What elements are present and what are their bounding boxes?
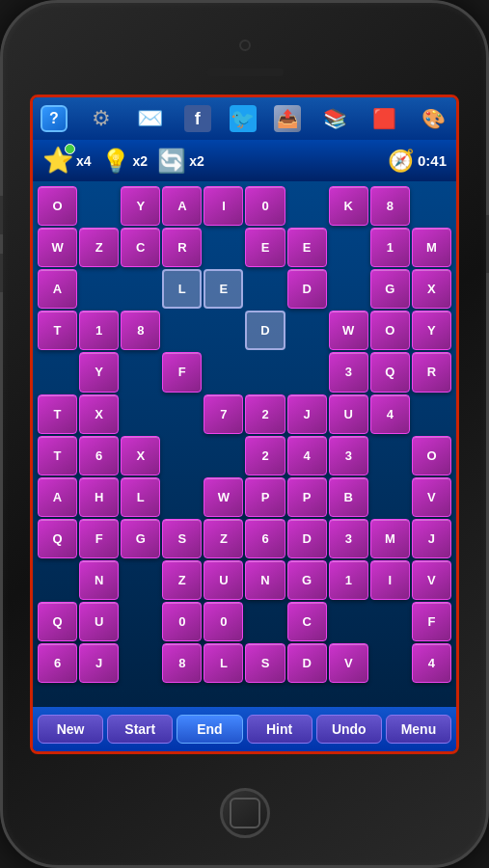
cell-8-5[interactable]: 6 [245,519,285,558]
cell-9-4[interactable]: U [204,560,243,600]
cell-0-0[interactable]: O [38,186,77,226]
cell-3-1[interactable]: 1 [79,311,119,350]
cell-10-3[interactable]: 0 [162,602,202,641]
cell-3-8[interactable]: O [370,311,410,350]
cell-0-8[interactable]: 8 [370,186,410,226]
cell-6-7[interactable]: 3 [329,436,368,475]
cell-7-9[interactable]: V [412,477,451,517]
cell-9-5[interactable]: N [245,560,285,600]
cell-1-5[interactable]: E [245,228,285,267]
cell-5-7[interactable]: U [329,394,368,434]
cell-10-6[interactable]: C [287,602,327,641]
cell-8-7[interactable]: 3 [329,519,368,558]
cell-4-1[interactable]: Y [79,352,119,392]
cell-8-8[interactable]: M [370,519,410,558]
cell-0-2[interactable]: Y [121,186,160,226]
cell-2-0[interactable]: A [38,269,77,309]
cell-7-2[interactable]: L [121,477,160,517]
cell-7-0[interactable]: A [38,477,77,517]
cell-6-9[interactable]: O [412,436,451,475]
volume-up-button[interactable] [0,196,3,234]
cell-9-8[interactable]: I [370,560,410,600]
star-powerup[interactable]: ⭐ x4 [42,146,92,176]
cell-11-5[interactable]: S [245,643,285,683]
cell-4-9[interactable]: R [412,352,451,392]
cell-7-1[interactable]: H [79,477,119,517]
twitter-icon[interactable]: 🐦 [230,105,257,132]
cell-8-2[interactable]: G [121,519,160,558]
cell-2-9[interactable]: X [412,269,451,309]
cell-9-6[interactable]: G [287,560,327,600]
start-button[interactable]: Start [107,715,173,744]
cell-3-9[interactable]: Y [412,311,451,350]
new-button[interactable]: New [38,715,103,744]
cell-9-3[interactable]: Z [162,560,202,600]
cell-7-6[interactable]: P [287,477,327,517]
cell-1-8[interactable]: 1 [370,228,410,267]
cell-2-6[interactable]: D [287,269,327,309]
palette-icon[interactable]: 🎨 [418,103,448,134]
cell-5-4[interactable]: 7 [204,394,243,434]
mail-icon[interactable]: ✉️ [135,103,166,134]
cell-1-6[interactable]: E [287,228,327,267]
cell-4-3[interactable]: F [162,352,202,392]
refresh-powerup[interactable]: 🔄 x2 [157,148,204,175]
cell-3-0[interactable]: T [38,311,77,350]
cell-0-3[interactable]: A [162,186,202,226]
cell-5-1[interactable]: X [79,394,119,434]
cell-8-3[interactable]: S [162,519,202,558]
cell-7-4[interactable]: W [204,477,243,517]
cell-11-1[interactable]: J [79,643,119,683]
cell-1-2[interactable]: C [121,228,160,267]
cell-8-9[interactable]: J [412,519,451,558]
cell-6-1[interactable]: 6 [79,436,119,475]
cell-1-1[interactable]: Z [79,228,119,267]
cell-0-7[interactable]: K [329,186,368,226]
share-icon[interactable]: 📤 [274,105,301,132]
cell-1-0[interactable]: W [38,228,77,267]
cell-11-9[interactable]: 4 [412,643,451,683]
cell-5-6[interactable]: J [287,394,327,434]
cell-9-9[interactable]: V [412,560,451,600]
cell-11-0[interactable]: 6 [38,643,77,683]
help-icon[interactable]: ? [41,105,68,132]
cell-8-6[interactable]: D [287,519,327,558]
cell-6-6[interactable]: 4 [287,436,327,475]
cell-3-7[interactable]: W [329,311,368,350]
cell-0-4[interactable]: I [204,186,243,226]
cell-7-5[interactable]: P [245,477,285,517]
end-button[interactable]: End [177,715,242,744]
cell-3-5[interactable]: D [245,311,285,350]
settings-icon[interactable]: ⚙ [86,103,117,134]
book-icon[interactable]: 📚 [319,103,350,134]
cell-11-6[interactable]: D [287,643,327,683]
cell-11-7[interactable]: V [329,643,368,683]
hint-button[interactable]: Hint [247,715,312,744]
menu-button[interactable]: Menu [386,715,451,744]
volume-down-button[interactable] [0,254,3,292]
cell-11-4[interactable]: L [204,643,243,683]
cell-10-0[interactable]: Q [38,602,77,641]
cell-4-8[interactable]: Q [370,352,410,392]
cell-0-5[interactable]: 0 [245,186,285,226]
cell-8-4[interactable]: Z [204,519,243,558]
cell-3-2[interactable]: 8 [121,311,160,350]
cell-6-2[interactable]: X [121,436,160,475]
cell-10-9[interactable]: F [412,602,451,641]
cell-4-7[interactable]: 3 [329,352,368,392]
cell-5-8[interactable]: 4 [370,394,410,434]
cell-2-8[interactable]: G [370,269,410,309]
cell-1-3[interactable]: R [162,228,202,267]
facebook-icon[interactable]: f [184,105,211,132]
bulb-powerup[interactable]: 💡 x2 [101,148,149,175]
cell-8-1[interactable]: F [79,519,119,558]
home-button[interactable] [220,788,270,838]
cell-5-0[interactable]: T [38,394,77,434]
cell-8-0[interactable]: Q [38,519,77,558]
cell-7-7[interactable]: B [329,477,368,517]
cell-6-0[interactable]: T [38,436,77,475]
undo-button[interactable]: Undo [316,715,382,744]
cell-5-5[interactable]: 2 [245,394,285,434]
cell-6-5[interactable]: 2 [245,436,285,475]
cell-2-4[interactable]: E [204,269,243,309]
